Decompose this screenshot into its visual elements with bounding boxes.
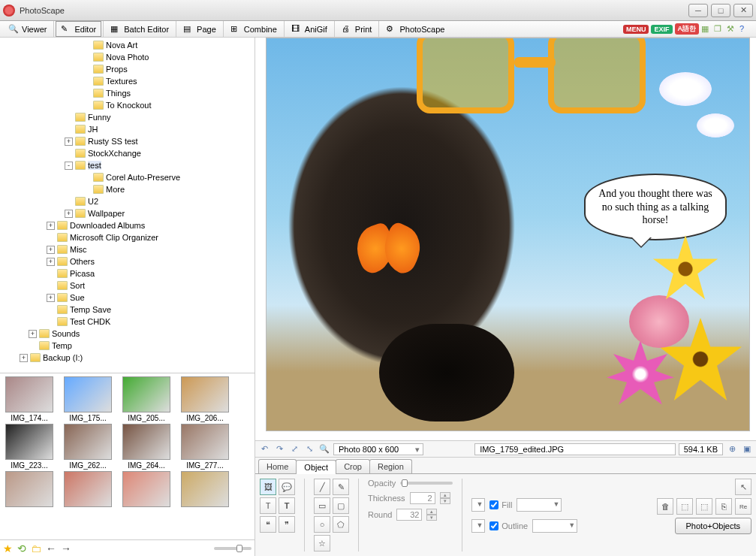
thumbnail[interactable]: IMG_175... bbox=[62, 376, 114, 422]
back-icon[interactable]: ⬚ bbox=[696, 498, 712, 515]
thickness-input[interactable]: 2 bbox=[410, 492, 435, 504]
outline-mode-dropdown[interactable] bbox=[471, 519, 485, 533]
richtext-tool[interactable]: T bbox=[279, 497, 295, 514]
next-icon[interactable]: → bbox=[61, 542, 71, 554]
cloud-sticker-2[interactable] bbox=[697, 113, 734, 137]
fullscreen-icon[interactable]: ▣ bbox=[741, 443, 753, 455]
star-tool[interactable]: ☆ bbox=[314, 535, 330, 551]
symbol-tool[interactable]: ❞ bbox=[279, 516, 295, 533]
close-button[interactable]: ✕ bbox=[733, 4, 753, 17]
trash-icon[interactable]: 🗑 bbox=[657, 498, 673, 515]
fill-color-swatch[interactable] bbox=[517, 498, 562, 512]
zoom-slider[interactable] bbox=[214, 547, 251, 550]
thumbnail[interactable] bbox=[179, 471, 231, 509]
tree-node[interactable]: Props bbox=[2, 63, 255, 75]
balloon-tool[interactable]: 💬 bbox=[279, 479, 295, 495]
roundrect-tool[interactable]: ▢ bbox=[333, 497, 349, 514]
tree-node[interactable]: +Backup (I:) bbox=[2, 352, 255, 364]
tree-node[interactable]: Corel Auto-Preserve bbox=[2, 171, 255, 183]
thumbnail[interactable]: IMG_264... bbox=[120, 424, 173, 470]
rect-tool[interactable]: ▭ bbox=[314, 497, 330, 514]
tree-node[interactable]: +Sounds bbox=[2, 328, 255, 340]
toolbar-tab-anigif[interactable]: 🎞AniGif bbox=[286, 21, 333, 37]
lang-badge[interactable]: A語한 bbox=[675, 23, 700, 35]
editor-tab-home[interactable]: Home bbox=[258, 459, 297, 473]
tree-node[interactable]: JH bbox=[2, 123, 255, 135]
pointer-tool[interactable]: ↖ bbox=[735, 479, 751, 495]
expand-icon[interactable]: + bbox=[20, 354, 28, 362]
tree-node[interactable]: Funny bbox=[2, 111, 255, 123]
tree-node[interactable]: +Rusty SS test bbox=[2, 135, 255, 147]
tree-node[interactable]: +Misc bbox=[2, 243, 255, 255]
toolbar-tab-combine[interactable]: ⊞Combine bbox=[225, 21, 282, 37]
canvas-area[interactable]: And you thought there was no such thing … bbox=[255, 38, 756, 441]
quote-tool[interactable]: ❝ bbox=[260, 516, 276, 533]
expand-icon[interactable]: + bbox=[47, 294, 55, 302]
image-tool[interactable]: 🖼 bbox=[260, 479, 276, 495]
pen-tool[interactable]: ✎ bbox=[333, 479, 349, 495]
speech-bubble[interactable]: And you thought there was no such thing … bbox=[584, 174, 727, 240]
tree-node[interactable]: Microsoft Clip Organizer bbox=[2, 231, 255, 243]
thickness-spinner[interactable]: ▴▾ bbox=[440, 492, 450, 504]
round-spinner[interactable]: ▴▾ bbox=[426, 509, 437, 521]
thumbnail[interactable]: IMG_174... bbox=[3, 376, 56, 422]
expand-icon[interactable]: + bbox=[47, 258, 55, 266]
settings-icon[interactable]: ⚒ bbox=[727, 24, 737, 35]
tree-node[interactable]: +Downloaded Albums bbox=[2, 219, 255, 231]
tree-node[interactable]: +Sue bbox=[2, 292, 255, 304]
folder-icon[interactable]: 🗀 bbox=[31, 542, 41, 554]
thumbnail[interactable]: IMG_277... bbox=[179, 424, 231, 470]
cloud-sticker[interactable] bbox=[659, 72, 712, 106]
expand-icon[interactable]: - bbox=[65, 162, 73, 170]
target-icon[interactable]: ⊕ bbox=[726, 443, 738, 455]
tree-node[interactable]: Things bbox=[2, 87, 255, 99]
photo-size-dropdown[interactable]: Photo 800 x 600 bbox=[333, 443, 423, 455]
thumbnail[interactable] bbox=[62, 471, 114, 509]
toolbar-tab-print[interactable]: 🖨Print bbox=[336, 21, 378, 37]
refresh-icon[interactable]: ⟲ bbox=[17, 542, 26, 554]
outline-checkbox[interactable]: Outline bbox=[489, 521, 528, 530]
toolbar-tab-editor[interactable]: ✎Editor bbox=[56, 21, 101, 37]
prev-icon[interactable]: ← bbox=[46, 542, 56, 554]
tree-node[interactable]: Textures bbox=[2, 75, 255, 87]
expand-icon[interactable]: + bbox=[47, 246, 55, 254]
expand-icon[interactable]: + bbox=[29, 330, 37, 338]
rose-sticker[interactable] bbox=[629, 295, 689, 348]
toolbar-tab-page[interactable]: ▤Page bbox=[178, 21, 221, 37]
photo-objects-button[interactable]: Photo+Objects bbox=[675, 518, 751, 534]
tree-node[interactable]: -test bbox=[2, 159, 255, 171]
exif-badge[interactable]: EXIF bbox=[651, 25, 672, 34]
editor-tab-region[interactable]: Region bbox=[369, 459, 412, 473]
fill-mode-dropdown[interactable] bbox=[471, 498, 485, 512]
tree-node[interactable]: Temp bbox=[2, 340, 255, 352]
tree-node[interactable]: Temp Save bbox=[2, 304, 255, 316]
expand-icon[interactable]: + bbox=[65, 137, 73, 146]
thumbnail[interactable] bbox=[3, 471, 56, 509]
photo-icon[interactable]: ▦ bbox=[701, 24, 712, 35]
expand-icon[interactable]: + bbox=[47, 222, 55, 230]
tree-node[interactable]: Test CHDK bbox=[2, 316, 255, 328]
tree-node[interactable]: +Others bbox=[2, 255, 255, 267]
thumbnail[interactable]: IMG_262... bbox=[62, 424, 114, 470]
thumbnail[interactable]: IMG_206... bbox=[179, 376, 231, 422]
star-icon[interactable]: ★ bbox=[3, 542, 13, 554]
outline-color-swatch[interactable] bbox=[532, 519, 577, 533]
butterfly-sticker[interactable] bbox=[357, 226, 432, 286]
redo-icon[interactable]: ↷ bbox=[273, 443, 285, 455]
fit-icon[interactable]: ⤢ bbox=[288, 443, 300, 455]
maximize-button[interactable]: □ bbox=[711, 4, 730, 17]
circle-tool[interactable]: ○ bbox=[314, 516, 330, 533]
toolbar-tab-batch-editor[interactable]: ▦Batch Editor bbox=[105, 21, 174, 37]
yellow-flower-sticker[interactable] bbox=[652, 235, 719, 303]
thumbnail-grid[interactable]: IMG_174...IMG_175...IMG_205...IMG_206...… bbox=[0, 373, 255, 539]
polygon-tool[interactable]: ⬠ bbox=[333, 516, 349, 533]
line-tool[interactable]: ╱ bbox=[314, 479, 330, 495]
tree-node[interactable]: More bbox=[2, 183, 255, 195]
tree-node[interactable]: To Knockout bbox=[2, 99, 255, 111]
help-icon[interactable]: ? bbox=[739, 24, 750, 35]
tree-node[interactable]: U2 bbox=[2, 195, 255, 207]
thumbnail[interactable]: IMG_205... bbox=[120, 376, 173, 422]
thumbnail[interactable]: IMG_223... bbox=[3, 424, 56, 470]
folder-tree[interactable]: Nova ArtNova PhotoPropsTexturesThingsTo … bbox=[0, 38, 255, 373]
zoom-icon[interactable]: 🔍 bbox=[318, 443, 330, 455]
